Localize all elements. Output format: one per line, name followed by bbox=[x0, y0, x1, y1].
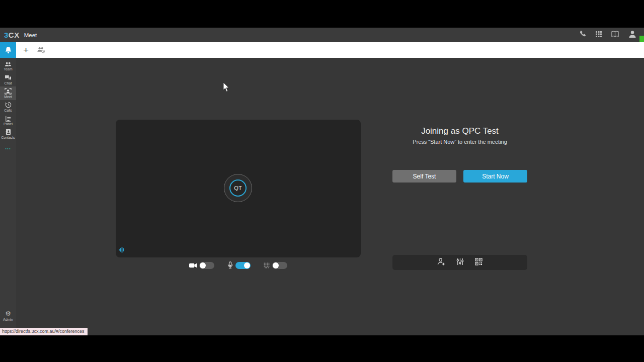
mouse-cursor bbox=[223, 82, 230, 95]
device-toggle-row bbox=[116, 261, 361, 269]
sidebar-item-label: Panel bbox=[4, 122, 13, 126]
microphone-toggle-group bbox=[227, 261, 251, 269]
start-now-button[interactable]: Start Now bbox=[463, 170, 527, 183]
team-icon bbox=[5, 62, 12, 67]
background-blur-toggle[interactable] bbox=[272, 262, 287, 269]
sidebar-item-contacts[interactable]: Contacts bbox=[0, 127, 16, 141]
app-window: 3CX Meet + bbox=[0, 0, 644, 362]
logo-3: 3 bbox=[4, 31, 9, 39]
add-participant-icon[interactable] bbox=[437, 258, 445, 267]
sidebar-item-team[interactable]: Team bbox=[0, 59, 16, 73]
sidebar-item-meet[interactable]: Meet bbox=[0, 86, 16, 100]
schedule-meeting-button[interactable] bbox=[37, 45, 45, 55]
background-blur-icon bbox=[264, 262, 270, 268]
dialpad-icon[interactable] bbox=[595, 31, 602, 40]
page-title: Meet bbox=[24, 32, 37, 38]
qr-code-icon[interactable] bbox=[475, 258, 482, 267]
avatar-initials: QT bbox=[234, 185, 242, 191]
video-preview-panel: QT bbox=[116, 120, 361, 257]
link-url-tooltip: https://directfs.3cx.com.au/#/conference… bbox=[0, 328, 88, 335]
self-test-button[interactable]: Self Test bbox=[392, 170, 456, 183]
sidebar-item-admin[interactable]: ⚙ Admin bbox=[0, 310, 16, 321]
contacts-icon bbox=[5, 129, 11, 135]
sidebar-item-label: Meet bbox=[4, 95, 12, 99]
avatar: QT bbox=[224, 174, 252, 202]
sidebar-item-label: Chat bbox=[5, 81, 12, 85]
calls-icon bbox=[5, 102, 12, 108]
camera-toggle-group bbox=[189, 261, 214, 269]
chat-icon bbox=[5, 75, 12, 81]
sidebar-item-label: Contacts bbox=[1, 136, 15, 139]
sidebar-item-label: Calls bbox=[4, 109, 12, 112]
sidebar-item-label: Team bbox=[4, 67, 12, 71]
address-book-icon[interactable] bbox=[611, 31, 619, 40]
sidebar-item-chat[interactable]: Chat bbox=[0, 73, 16, 86]
camera-toggle[interactable] bbox=[199, 262, 214, 269]
background-blur-toggle-group bbox=[264, 261, 287, 269]
phone-icon[interactable] bbox=[579, 30, 587, 40]
bell-icon bbox=[5, 46, 12, 54]
camera-icon bbox=[189, 263, 197, 268]
microphone-toggle[interactable] bbox=[235, 262, 251, 269]
letterbox-bottom bbox=[0, 335, 644, 362]
audio-level-icon bbox=[119, 246, 125, 255]
avatar-inner-ring: QT bbox=[229, 179, 247, 197]
audio-settings-icon[interactable] bbox=[456, 258, 464, 267]
header-icon-group bbox=[579, 28, 637, 42]
meeting-action-bar bbox=[392, 255, 527, 270]
meet-icon bbox=[5, 88, 12, 95]
logo-cx: CX bbox=[9, 31, 20, 39]
meet-toolbar: + bbox=[0, 42, 644, 58]
notifications-bell-button[interactable] bbox=[0, 42, 16, 58]
meet-join-view: QT Joining as QPC Test Press “ bbox=[16, 58, 644, 335]
panel-icon bbox=[5, 116, 12, 122]
3cx-logo: 3CX bbox=[4, 31, 20, 39]
gear-icon: ⚙ bbox=[5, 310, 11, 317]
app-header: 3CX Meet bbox=[0, 28, 644, 42]
sidebar-item-label: Admin bbox=[3, 318, 13, 321]
sidebar-more-button[interactable]: ••• bbox=[0, 144, 16, 154]
letterbox-top bbox=[0, 0, 644, 28]
join-title: Joining as QPC Test bbox=[392, 126, 527, 136]
presence-status-indicator bbox=[639, 36, 644, 42]
sidebar-item-calls[interactable]: Calls bbox=[0, 100, 16, 114]
left-sidebar: Team Chat Meet Calls Panel Contacts ••• … bbox=[0, 58, 16, 335]
sidebar-item-panel[interactable]: Panel bbox=[0, 114, 16, 127]
join-subtitle: Press “Start Now” to enter the meeting bbox=[382, 139, 537, 145]
add-meeting-button[interactable]: + bbox=[23, 45, 29, 55]
user-avatar-icon[interactable] bbox=[628, 30, 637, 41]
microphone-icon bbox=[227, 261, 233, 269]
join-button-row: Self Test Start Now bbox=[392, 170, 527, 183]
